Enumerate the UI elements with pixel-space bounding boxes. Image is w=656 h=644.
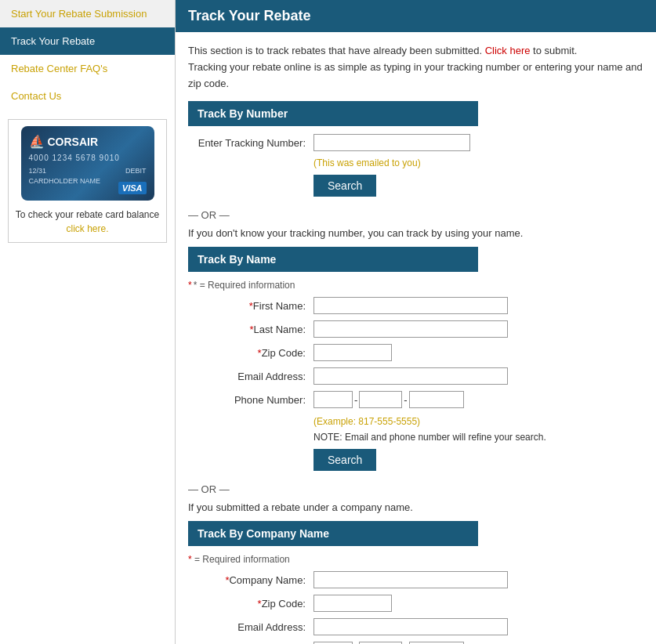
sidebar-item-start[interactable]: Start Your Rebate Submission xyxy=(0,0,175,27)
tracking-number-input[interactable] xyxy=(314,134,470,151)
or1-note: If you don't know your tracking number, … xyxy=(188,227,643,239)
sidebar-item-faq[interactable]: Rebate Center FAQ's xyxy=(0,55,175,82)
first-name-row: *First Name: xyxy=(188,297,643,314)
zip-company-label: *Zip Code: xyxy=(188,598,314,610)
sidebar-item-track[interactable]: Track Your Rebate xyxy=(0,27,175,55)
phone-name-inputs: - - xyxy=(314,391,464,408)
phone-name-example: (Example: 817-555-5555) xyxy=(314,414,643,429)
card-section: ⛵ CORSAIR 4000 1234 5678 9010 12/31 DEBI… xyxy=(8,119,167,243)
email-company-label: Email Address: xyxy=(188,621,314,633)
or-divider-2: — OR — xyxy=(188,483,643,495)
zip-company-input[interactable] xyxy=(314,595,392,612)
phone-name-label: Phone Number: xyxy=(188,394,314,406)
track-by-name-header: Track By Name xyxy=(188,247,478,272)
tracking-number-label: Enter Tracking Number: xyxy=(188,137,314,149)
track-by-number-header: Track By Number xyxy=(188,101,478,126)
card-image: ⛵ CORSAIR 4000 1234 5678 9010 12/31 DEBI… xyxy=(21,126,154,201)
sidebar: Start Your Rebate Submission Track Your … xyxy=(0,0,176,644)
page-title: Track Your Rebate xyxy=(176,0,656,32)
phone-name-prefix[interactable] xyxy=(359,391,402,408)
or-divider-1: — OR — xyxy=(188,209,643,221)
main-content: Track Your Rebate This section is to tra… xyxy=(176,0,656,644)
card-balance-link[interactable]: click here. xyxy=(66,223,108,234)
company-name-label: *Company Name: xyxy=(188,574,314,586)
email-company-input[interactable] xyxy=(314,618,508,635)
email-company-row: Email Address: xyxy=(188,618,643,635)
or2-note: If you submitted a rebate under a compan… xyxy=(188,501,643,513)
company-req-note: * = Required information xyxy=(188,554,643,565)
content-area: This section is to track rebates that ha… xyxy=(176,32,656,644)
tracking-number-row: Enter Tracking Number: xyxy=(188,134,643,151)
phone-name-row: Phone Number: - - xyxy=(188,391,643,408)
card-logo: ⛵ CORSAIR xyxy=(29,134,99,149)
name-req-note: ** = Required information xyxy=(188,280,643,291)
track-by-company-header: Track By Company Name xyxy=(188,521,478,546)
visa-logo: VISA xyxy=(118,182,147,194)
tracking-number-hint: (This was emailed to you) xyxy=(314,157,643,168)
last-name-row: *Last Name: xyxy=(188,320,643,338)
card-debit: DEBIT xyxy=(125,167,147,175)
email-name-row: Email Address: xyxy=(188,367,643,385)
zip-company-row: *Zip Code: xyxy=(188,595,643,612)
phone-name-note: NOTE: Email and phone number will refine… xyxy=(314,432,643,443)
company-name-row: *Company Name: xyxy=(188,571,643,588)
last-name-label: *Last Name: xyxy=(188,324,314,335)
search-by-name-button[interactable]: Search xyxy=(314,449,376,471)
first-name-input[interactable] xyxy=(314,297,508,314)
zip-name-label: *Zip Code: xyxy=(188,347,314,359)
card-number: 4000 1234 5678 9010 xyxy=(29,154,120,162)
card-sail-icon: ⛵ xyxy=(29,134,45,149)
company-name-input[interactable] xyxy=(314,571,508,588)
first-name-label: *First Name: xyxy=(188,300,314,312)
card-holder-name: CARDHOLDER NAME xyxy=(29,177,101,185)
sidebar-item-contact[interactable]: Contact Us xyxy=(0,82,175,110)
last-name-input[interactable] xyxy=(314,320,508,338)
intro-text: This section is to track rebates that ha… xyxy=(188,43,643,92)
zip-name-input[interactable] xyxy=(314,344,392,361)
phone-name-number[interactable] xyxy=(409,391,464,408)
card-balance-text: To check your rebate card balance click … xyxy=(15,208,160,236)
phone-name-area[interactable] xyxy=(314,391,353,408)
card-expiry: 12/31 xyxy=(29,167,47,175)
submit-link[interactable]: Click here xyxy=(485,45,531,56)
zip-name-row: *Zip Code: xyxy=(188,344,643,361)
email-name-input[interactable] xyxy=(314,367,508,385)
email-name-label: Email Address: xyxy=(188,371,314,382)
search-by-number-button[interactable]: Search xyxy=(314,175,376,197)
